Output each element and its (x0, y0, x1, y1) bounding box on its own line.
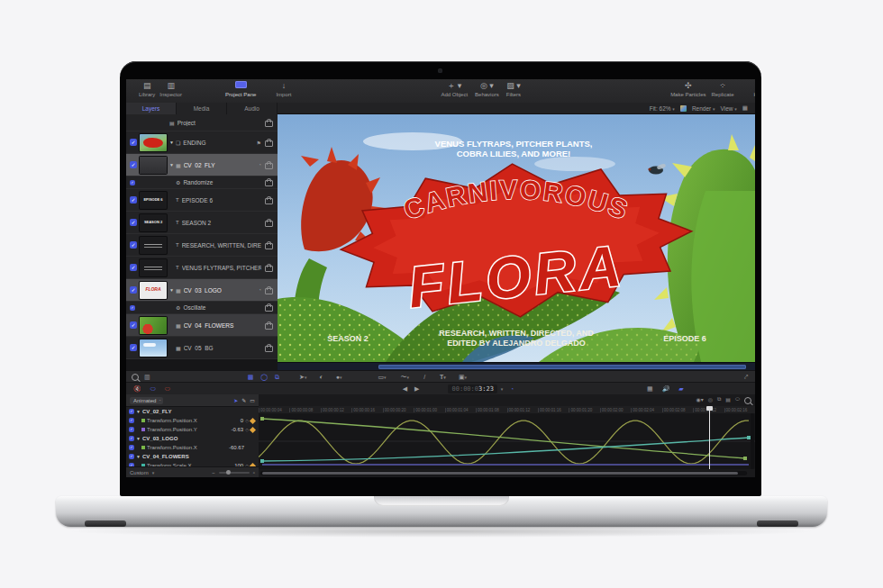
layer-checkbox[interactable]: ✓ (130, 264, 137, 271)
layer-checkbox[interactable]: ✓ (130, 286, 137, 294)
layer-checkbox[interactable]: ✓ (130, 196, 137, 204)
playhead[interactable] (709, 406, 710, 469)
graph-zoom-slider[interactable] (219, 472, 250, 474)
layer-row-cv02-fly[interactable]: ✓ ▼ ▦ CV_02_FLY ◔ (126, 154, 278, 176)
curve-checkbox[interactable]: ✓ (129, 409, 134, 414)
layer-row-oscillate[interactable]: ✓ ⚙ Oscillate (126, 302, 278, 314)
curve-checkbox[interactable]: ✓ (129, 445, 134, 450)
inspector-button[interactable]: ▥ Inspector (159, 81, 182, 98)
curve-param-row[interactable]: ✓ Transform.Position.X -60.67 (126, 443, 259, 452)
make-particles-button[interactable]: ✣ Make Particles (670, 81, 705, 98)
timecode-dropdown-icon[interactable]: ▾ (501, 386, 504, 392)
link-icon[interactable]: ⤤ (744, 374, 748, 381)
lock-icon[interactable] (265, 180, 273, 186)
zoom-out-icon[interactable]: − (212, 470, 215, 475)
hud-button[interactable]: ▣ HUD (754, 81, 756, 98)
channels-swatch-icon[interactable] (680, 105, 687, 112)
tab-layers[interactable]: Layers (126, 103, 177, 114)
keyframe-nav-icon[interactable]: ◇ (245, 427, 249, 432)
layer-row-season2[interactable]: ✓ SEASON 2 T SEASON 2 (126, 212, 278, 234)
replicate-button[interactable]: ⁘ Replicate (711, 81, 733, 98)
disclosure-triangle-icon[interactable]: ▼ (136, 409, 141, 414)
snapshot-camera-icon[interactable]: ▤ (725, 396, 731, 404)
layer-row-project[interactable]: ▤ Project (126, 114, 278, 131)
lock-icon[interactable] (265, 266, 273, 272)
select-tool[interactable]: ➤▾ (299, 374, 306, 381)
curve-group-row[interactable]: ✓ ▼ CV_03_LOGO (126, 434, 259, 443)
bezier-tool[interactable]: 〜▾ (401, 373, 410, 382)
layer-row-venus[interactable]: ✓ T VENUS FLYTRAPS, PITCHER P... (126, 257, 278, 279)
disclosure-triangle-icon[interactable]: ▼ (169, 140, 174, 145)
lock-icon[interactable] (265, 346, 273, 352)
behaviors-button[interactable]: ◎ ▾ Behaviors (475, 81, 499, 98)
vertical-scrollbar[interactable] (751, 413, 754, 469)
horizontal-scrollbar[interactable] (260, 471, 747, 475)
keyframe-nav-icon[interactable]: ◇ (245, 418, 249, 423)
canvas-viewport[interactable]: CARNIVOROUS FLORA VENUS FLYTRAPS, PITCHE… (278, 114, 755, 362)
lock-icon[interactable] (265, 305, 273, 312)
tab-audio[interactable]: Audio (227, 103, 278, 114)
layer-checkbox[interactable]: ✓ (130, 241, 137, 249)
filter-list-icon[interactable]: ▥ (144, 374, 150, 381)
play-range-bar[interactable] (378, 365, 746, 369)
sketch-keyframes-tool[interactable]: ✎ (241, 397, 246, 403)
disclosure-triangle-icon[interactable]: ▼ (136, 436, 141, 441)
new-circle-icon[interactable]: ◯ (260, 374, 268, 381)
curve-checkbox[interactable]: ✓ (129, 427, 134, 432)
layer-row-cv04-flowers[interactable]: ✓ ▦ CV_04_FLOWERS (126, 314, 278, 337)
layer-checkbox[interactable]: ✓ (130, 139, 137, 146)
keyframe-graph[interactable] (259, 413, 755, 469)
image-mask-tool[interactable]: ▣▾ (459, 374, 467, 381)
play-button[interactable]: ▶ (414, 385, 419, 393)
disclosure-triangle-icon[interactable]: ▼ (136, 454, 141, 459)
layer-row-cv03-logo[interactable]: ✓ FLORA ▼ ▦ CV_03_LOGO ◔ (126, 279, 278, 302)
zoom-fit-icon[interactable]: ▫ (253, 470, 255, 475)
import-button[interactable]: ↓ Import (276, 81, 291, 98)
view-dropdown[interactable]: View ▾ (721, 105, 737, 112)
show-keyframe-editor-icon[interactable]: ▰ (678, 385, 683, 393)
lock-icon[interactable] (265, 243, 273, 249)
lock-icon[interactable] (265, 221, 273, 227)
layer-checkbox[interactable]: ✓ (130, 321, 137, 329)
tab-media[interactable]: Media (177, 103, 227, 114)
box-select-tool[interactable]: ▭ (250, 397, 255, 403)
curve-checkbox[interactable]: ✓ (129, 418, 134, 423)
rectangle-tool[interactable]: ▭▾ (378, 374, 386, 381)
timecode-display[interactable]: 00:00:03:23 (448, 384, 496, 394)
lock-icon[interactable] (265, 121, 273, 127)
curve-param-row[interactable]: ✓ Transform.Position.Y -0.63 ◇ (126, 425, 259, 434)
transform-tool[interactable]: ◐ (319, 374, 323, 380)
curve-set-dropdown-icon[interactable]: ▾ (152, 470, 155, 475)
record-icon[interactable]: ⬭ (165, 385, 170, 393)
filters-button[interactable]: ▨ ▾ Filters (506, 81, 521, 98)
curve-param-row[interactable]: ✓ Transform.Position.X 0 ◇ (126, 416, 259, 425)
curve-view-dropdown-icon[interactable]: ◉▾ (696, 396, 703, 404)
curve-group-row[interactable]: ✓ ▼ CV_04_FLOWERS (126, 452, 259, 461)
lock-icon[interactable] (265, 163, 273, 169)
fit-curves-icon[interactable]: ⧉ (717, 396, 721, 404)
search-icon[interactable] (132, 374, 139, 381)
render-dropdown[interactable]: Render ▾ (692, 105, 715, 112)
curve-group-row[interactable]: ✓ ▼ CV_02_FLY (126, 407, 259, 416)
disclosure-triangle-icon[interactable]: ▼ (169, 287, 174, 293)
curve-set-dropdown[interactable]: Custom (130, 470, 149, 475)
curve-checkbox[interactable]: ✓ (129, 454, 134, 459)
add-object-button[interactable]: ＋ ▾ Add Object (441, 81, 468, 98)
line-tool[interactable]: / (423, 374, 425, 380)
lock-icon[interactable] (265, 198, 273, 204)
layer-checkbox[interactable]: ✓ (130, 161, 137, 168)
text-tool[interactable]: T▾ (440, 374, 446, 380)
keyframe-diamond-icon[interactable] (250, 417, 256, 423)
loop-icon[interactable]: ⬭ (150, 385, 156, 393)
project-pane-button[interactable]: Project Pane (225, 81, 256, 98)
library-button[interactable]: ▤ Library (139, 81, 155, 98)
lock-icon[interactable] (265, 288, 273, 294)
edit-keyframes-tool[interactable]: ➤ (233, 397, 238, 403)
behavior-checkbox[interactable]: ✓ (130, 305, 135, 311)
show-audio-icon[interactable]: 🔊 (662, 385, 670, 393)
curve-filter-dropdown[interactable]: Animated (130, 397, 163, 404)
behavior-checkbox[interactable]: ✓ (130, 180, 135, 185)
layer-row-episode6[interactable]: ✓ EPISODE 6 T EPISODE 6 (126, 189, 278, 212)
show-curves-icon[interactable]: ⬭ (735, 396, 740, 404)
show-timeline-icon[interactable]: ▦ (647, 385, 653, 393)
